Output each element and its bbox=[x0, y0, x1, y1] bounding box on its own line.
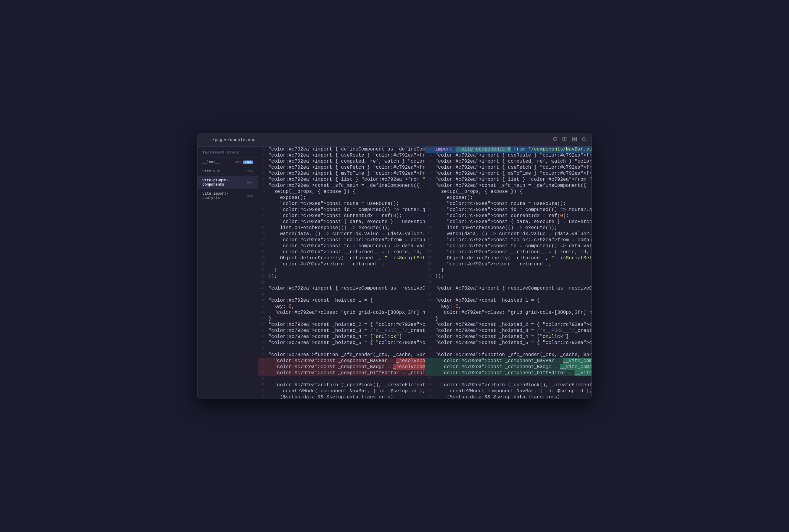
grid-icon[interactable] bbox=[572, 137, 577, 143]
table-row: 11 "color:#c792ea">const id = computed((… bbox=[425, 207, 592, 213]
line-code: list.onFetchResponse(() => execute()); bbox=[435, 225, 592, 231]
line-number: 40 bbox=[258, 382, 268, 386]
line-number: 38 bbox=[258, 370, 268, 374]
line-code: list.onFetchResponse(() => execute()); bbox=[268, 225, 425, 231]
table-row: 10 "color:#c792ea">const route = useRout… bbox=[258, 201, 425, 207]
line-code: "color:#c792ea">const to = computed(() =… bbox=[268, 243, 425, 249]
line-code: "color:#c792ea">import { resolveComponen… bbox=[435, 286, 592, 291]
line-number: 4 bbox=[258, 165, 268, 169]
line-code: "color:#c792ea">import { resolveComponen… bbox=[268, 286, 425, 291]
sidebar-item-vite-vue[interactable]: vite:vue17ms bbox=[198, 167, 258, 176]
table-row: 22}); bbox=[425, 273, 592, 280]
line-number: 28 bbox=[425, 310, 435, 314]
line-code: } bbox=[268, 267, 425, 273]
line-number: 18 bbox=[258, 249, 268, 253]
line-number: 30 bbox=[425, 322, 435, 326]
line-number: 41 bbox=[425, 388, 435, 392]
line-number: 39 bbox=[425, 376, 435, 380]
line-number: 10 bbox=[258, 201, 268, 205]
line-code: "color:#c792ea">class: "grid grid-cols-[… bbox=[435, 310, 592, 315]
table-row: 5"color:#c792ea">import { msToTime } "co… bbox=[258, 171, 425, 177]
line-number: 13 bbox=[258, 219, 268, 223]
table-row: 30"color:#c792ea">const _hoisted_2 = { "… bbox=[258, 322, 425, 328]
line-number: 36 bbox=[425, 358, 435, 362]
table-row: 21 } bbox=[425, 267, 592, 273]
svg-rect-3 bbox=[575, 137, 576, 139]
line-number: 7 bbox=[425, 183, 435, 187]
line-code: Object.defineProperty(__returned__, "__i… bbox=[268, 255, 425, 261]
table-row: 34 bbox=[258, 346, 425, 352]
table-row: 6"color:#c792ea">import { list } "color:… bbox=[425, 177, 592, 183]
line-number: 32 bbox=[425, 334, 435, 338]
right-code-panel[interactable]: 1import __vite_components_0 from '/compo… bbox=[425, 147, 592, 399]
table-row: 12 "color:#c792ea">const currentIdx = re… bbox=[258, 213, 425, 219]
svg-rect-1 bbox=[565, 137, 567, 141]
line-code: "color:#c792ea">const _hoisted_3 = /*#__… bbox=[268, 328, 425, 334]
back-button[interactable]: ← bbox=[202, 136, 206, 143]
line-number: 5 bbox=[425, 171, 435, 175]
line-code: "color:#c792ea">import { computed, ref, … bbox=[268, 159, 425, 164]
line-number: 11 bbox=[425, 207, 435, 211]
table-row: 38 "color:#c792ea">const _component_Diff… bbox=[258, 370, 425, 376]
table-row: 19 Object.defineProperty(__returned__, "… bbox=[258, 255, 425, 262]
table-row: 9 expose(); bbox=[425, 195, 592, 201]
line-number: 5 bbox=[258, 171, 268, 175]
line-code: key: 0, bbox=[268, 304, 425, 309]
table-row: 22}); bbox=[258, 273, 425, 280]
table-row: 12 "color:#c792ea">const currentIdx = re… bbox=[425, 213, 592, 219]
line-code: "color:#c792ea">return (_openBlock(), _c… bbox=[268, 382, 425, 388]
line-number: 30 bbox=[258, 322, 268, 326]
line-code: "color:#c792ea">const currentIdx = ref(0… bbox=[435, 213, 592, 218]
table-row: 37 "color:#c792ea">const _component_Badg… bbox=[258, 364, 425, 370]
refresh-icon[interactable] bbox=[553, 137, 557, 143]
line-number: 12 bbox=[258, 213, 268, 217]
line-code: "color:#c792ea">const { data, execute } … bbox=[268, 219, 425, 225]
line-code: "color:#c792ea">const _hoisted_1 = { bbox=[435, 298, 592, 303]
line-number: 33 bbox=[425, 340, 435, 344]
line-code: } bbox=[435, 267, 592, 273]
table-row: 17 "color:#c792ea">const to = computed((… bbox=[425, 243, 592, 249]
main-window: ← ./pages/module.vue bbox=[197, 133, 592, 399]
line-number: 24 bbox=[425, 286, 435, 289]
moon-icon[interactable] bbox=[582, 137, 587, 143]
line-code: "color:#c792ea">const route = useRoute()… bbox=[435, 201, 592, 206]
line-code: _createVNode(_component_NavBar, { id: $s… bbox=[435, 388, 592, 394]
table-row: 38 "color:#c792ea">const _component_Diff… bbox=[425, 370, 592, 376]
line-number: 32 bbox=[258, 334, 268, 338]
sidebar-item-load[interactable]: __load__0msload bbox=[198, 158, 258, 167]
table-row: 10 "color:#c792ea">const route = useRout… bbox=[425, 201, 592, 207]
line-number: 4 bbox=[425, 165, 435, 169]
line-code: setup(__props, { expose }) { bbox=[435, 189, 592, 194]
table-row: 24"color:#c792ea">import { resolveCompon… bbox=[425, 286, 592, 292]
line-number: 17 bbox=[258, 243, 268, 247]
line-code: "color:#c792ea">const currentIdx = ref(0… bbox=[268, 213, 425, 218]
table-row: 26"color:#c792ea">const _hoisted_1 = { bbox=[258, 298, 425, 304]
table-row: 1import __vite_components_0 from '/compo… bbox=[425, 147, 592, 153]
line-number: 33 bbox=[258, 340, 268, 344]
table-row: 17 "color:#c792ea">const to = computed((… bbox=[258, 243, 425, 249]
sidebar-item-vite-plugin-components[interactable]: vite-plugin-components0ms bbox=[198, 176, 258, 189]
sidebar-item-vite-import-analysis[interactable]: vite:import-analysis2ms bbox=[198, 189, 258, 203]
svg-rect-4 bbox=[572, 139, 574, 141]
sidebar-item-time: 0ms bbox=[235, 160, 241, 164]
line-number: 29 bbox=[258, 316, 268, 320]
line-code: "color:#c792ea">function _sfc_render(_ct… bbox=[268, 352, 425, 358]
sidebar-item-time: 17ms bbox=[245, 170, 253, 173]
line-code: "color:#c792ea">const _hoisted_2 = { "co… bbox=[435, 322, 592, 327]
line-code: "color:#c792ea">function _sfc_render(_ct… bbox=[435, 352, 592, 358]
line-code: _createVNode(_component_NavBar, { id: $s… bbox=[268, 388, 425, 394]
line-code: "color:#c792ea">return (_openBlock(), _c… bbox=[435, 382, 592, 388]
split-icon[interactable] bbox=[563, 137, 567, 143]
line-code: "color:#c792ea">import { msToTime } "col… bbox=[435, 171, 592, 176]
line-number: 31 bbox=[425, 328, 435, 332]
table-row: 4"color:#c792ea">import { useFetch } "co… bbox=[425, 165, 592, 171]
line-number: 16 bbox=[258, 237, 268, 241]
sidebar-items: __load__0msloadvite:vue17msvite-plugin-c… bbox=[198, 158, 258, 203]
line-number: 35 bbox=[258, 352, 268, 356]
line-code: "color:#c792ea">return __returned__; bbox=[435, 262, 592, 267]
left-code-panel[interactable]: 1"color:#c792ea">import { defineComponen… bbox=[258, 147, 425, 399]
line-code: "color:#c792ea">const _hoisted_2 = { "co… bbox=[268, 322, 425, 327]
line-number: 9 bbox=[258, 195, 268, 199]
line-number: 19 bbox=[258, 255, 268, 259]
table-row: 20 "color:#c792ea">return __returned__; bbox=[258, 262, 425, 267]
